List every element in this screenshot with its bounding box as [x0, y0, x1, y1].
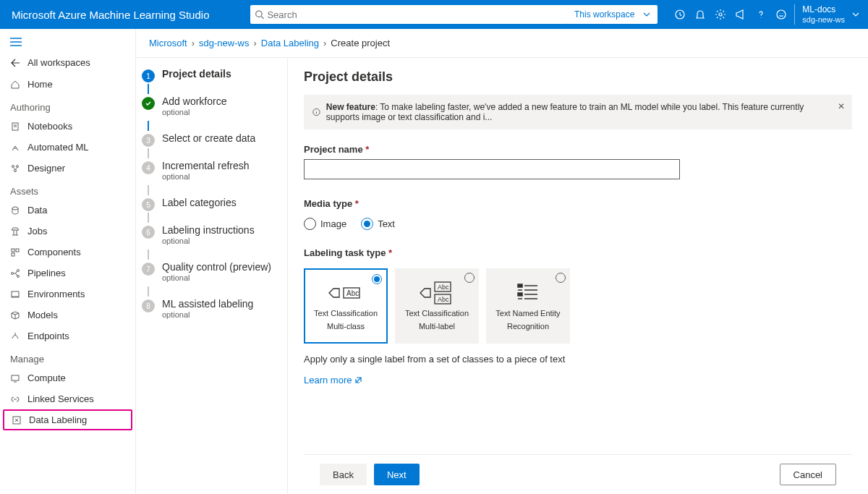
project-name-input[interactable]: [304, 159, 680, 179]
svg-text:Abc: Abc: [346, 289, 359, 297]
models-icon: [10, 310, 20, 320]
step-title: Quality control (preview): [162, 261, 271, 273]
task-card-multilabel[interactable]: AbcAbc Text Classification Multi-label: [395, 268, 479, 344]
breadcrumb-link[interactable]: Data Labeling: [261, 38, 319, 48]
sidebar-item-label: Designer: [27, 163, 65, 174]
svg-point-6: [17, 165, 19, 167]
data-icon: [10, 205, 20, 216]
sidebar-group-manage: Manage: [0, 346, 135, 367]
bell-icon[interactable]: [690, 0, 710, 29]
back-button[interactable]: Back: [320, 464, 367, 485]
wizard-stepper: 1Project details Add workforceoptional 3…: [136, 58, 288, 494]
designer-icon: [10, 163, 20, 174]
list-icon: [517, 281, 539, 305]
sidebar-item-designer[interactable]: Designer: [0, 158, 135, 179]
endpoints-icon: [10, 331, 20, 341]
gear-icon[interactable]: [710, 0, 731, 29]
clock-icon[interactable]: [670, 0, 690, 29]
smile-icon[interactable]: [771, 0, 791, 29]
card-subtitle: Multi-class: [327, 322, 365, 331]
step-incremental-refresh[interactable]: 4Incremental refreshoptional: [142, 160, 280, 185]
svg-point-0: [256, 11, 262, 17]
sidebar-item-endpoints[interactable]: Endpoints: [0, 325, 135, 346]
back-all-workspaces[interactable]: All workspaces: [0, 51, 135, 74]
sidebar-item-components[interactable]: Components: [0, 242, 135, 263]
radio-label: Text: [378, 218, 395, 229]
sidebar-item-label: Data: [27, 205, 47, 216]
chevron-down-icon: [852, 11, 859, 18]
step-optional: optional: [162, 108, 226, 116]
radio-icon: [361, 218, 373, 230]
media-radio-text[interactable]: Text: [361, 218, 395, 230]
svg-rect-25: [518, 284, 522, 287]
external-link-icon: [354, 376, 362, 384]
step-ml-assisted[interactable]: 8ML assisted labelingoptional: [142, 298, 280, 323]
step-number: 1: [142, 69, 155, 82]
sidebar-item-label: Jobs: [27, 226, 47, 237]
components-icon: [10, 247, 20, 257]
top-bar: Microsoft Azure Machine Learning Studio …: [0, 0, 868, 29]
chevron-down-icon: [643, 11, 650, 18]
hamburger-icon[interactable]: [0, 35, 135, 51]
svg-rect-11: [12, 253, 14, 256]
task-card-ner[interactable]: Text Named Entity Recognition: [486, 268, 570, 344]
sidebar-item-label: Models: [27, 310, 58, 320]
tag-abc-multi-icon: AbcAbc: [419, 281, 455, 305]
step-label-categories[interactable]: 5Label categories: [142, 197, 280, 213]
svg-point-5: [12, 165, 14, 167]
step-project-details[interactable]: 1Project details: [142, 68, 280, 84]
sidebar-group-assets: Assets: [0, 179, 135, 200]
sidebar-item-data-labeling[interactable]: Data Labeling: [3, 409, 132, 430]
sidebar-item-linked-services[interactable]: Linked Services: [0, 388, 135, 409]
step-title: Incremental refresh: [162, 160, 250, 171]
help-icon[interactable]: [751, 0, 771, 29]
radio-icon: [372, 274, 382, 284]
step-labeling-instructions[interactable]: 6Labeling instructionsoptional: [142, 224, 280, 250]
close-icon[interactable]: ✕: [838, 101, 845, 111]
workspace-name: ML-docs: [802, 4, 845, 14]
breadcrumb-link[interactable]: Microsoft: [149, 38, 187, 48]
search-icon: [255, 9, 264, 20]
wizard-footer: Back Next Cancel: [304, 454, 852, 494]
svg-point-12: [12, 272, 14, 274]
svg-point-3: [777, 10, 786, 19]
sidebar-item-home[interactable]: Home: [0, 74, 135, 95]
sidebar-item-label: Pipelines: [27, 268, 66, 278]
search-input[interactable]: [267, 9, 564, 20]
home-icon: [10, 80, 20, 90]
workspace-picker[interactable]: ML-docs sdg-new-ws: [794, 4, 859, 25]
task-card-multiclass[interactable]: Abc Text Classification Multi-class: [304, 268, 388, 344]
radio-icon: [304, 218, 316, 230]
sidebar-item-notebooks[interactable]: Notebooks: [0, 116, 135, 137]
sidebar-item-data[interactable]: Data: [0, 200, 135, 221]
search-box[interactable]: [250, 5, 569, 24]
compute-icon: [10, 373, 20, 383]
tag-abc-icon: Abc: [328, 281, 364, 305]
banner-text: New feature: To make labeling faster, we…: [326, 102, 827, 122]
step-select-data[interactable]: 3Select or create data: [142, 132, 280, 148]
info-icon: [312, 107, 320, 117]
svg-rect-10: [16, 249, 19, 252]
sidebar-item-pipelines[interactable]: Pipelines: [0, 263, 135, 284]
card-title: Text Named Entity: [495, 309, 560, 318]
svg-text:Abc: Abc: [438, 296, 449, 303]
tag-icon: [12, 415, 22, 425]
sidebar-item-models[interactable]: Models: [0, 305, 135, 325]
sidebar-item-environments[interactable]: Environments: [0, 284, 135, 305]
breadcrumb-link[interactable]: sdg-new-ws: [199, 38, 249, 48]
step-quality-control[interactable]: 7Quality control (preview)optional: [142, 261, 280, 286]
sidebar-item-jobs[interactable]: Jobs: [0, 221, 135, 242]
sidebar-item-automl[interactable]: Automated ML: [0, 137, 135, 158]
sidebar-item-compute[interactable]: Compute: [0, 367, 135, 388]
media-radio-image[interactable]: Image: [304, 218, 346, 230]
cancel-button[interactable]: Cancel: [780, 464, 836, 485]
megaphone-icon[interactable]: [731, 0, 751, 29]
search-scope[interactable]: This workspace: [567, 5, 658, 24]
arrow-left-icon: [10, 58, 20, 68]
learn-more-link[interactable]: Learn more: [304, 375, 852, 386]
step-add-workforce[interactable]: Add workforceoptional: [142, 95, 280, 121]
media-type-label: Media type *: [304, 198, 852, 209]
next-button[interactable]: Next: [374, 464, 420, 485]
step-number: 4: [142, 161, 155, 174]
step-title: ML assisted labeling: [162, 298, 253, 310]
